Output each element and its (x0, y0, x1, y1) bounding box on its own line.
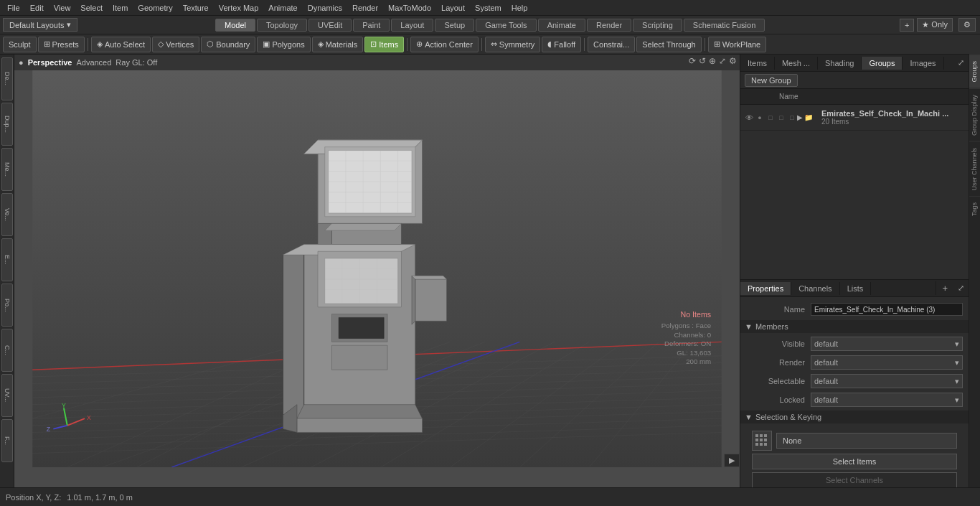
layout-selector[interactable]: Default Layouts ▾ (3, 18, 77, 32)
tab-paint[interactable]: Paint (353, 19, 390, 32)
perspective-label[interactable]: Perspective (28, 58, 72, 67)
tab-animate[interactable]: Animate (538, 19, 585, 32)
workplane-button[interactable]: ⊞ WorkPlane (708, 37, 767, 52)
tab-properties[interactable]: Properties (740, 282, 791, 295)
tab-schematic-fusion[interactable]: Schematic Fusion (684, 19, 765, 32)
viewport-icon-settings[interactable]: ⚙ (729, 56, 737, 66)
properties-expand-icon[interactable]: ⤢ (953, 282, 969, 294)
materials-button[interactable]: ◈ Materials (312, 37, 364, 52)
settings-icon[interactable]: ⚙ (958, 18, 976, 32)
tab-render[interactable]: Render (587, 19, 631, 32)
left-tab-2[interactable]: Me... (1, 148, 13, 191)
viewport-icon-zoom[interactable]: ⊕ (709, 56, 716, 66)
ray-gl-label[interactable]: Ray GL: Off (116, 58, 157, 67)
menu-maxtomodo[interactable]: MaxToModo (384, 2, 435, 14)
presets-button[interactable]: ⊞ Presets (38, 37, 85, 52)
select-through-button[interactable]: Select Through (636, 37, 701, 52)
left-tab-7[interactable]: UV... (1, 374, 13, 417)
tab-topology[interactable]: Topology (257, 19, 307, 32)
left-tab-8[interactable]: F... (1, 419, 13, 462)
left-tab-4[interactable]: E... (1, 238, 13, 281)
sculpt-button[interactable]: Sculpt (3, 37, 37, 52)
new-group-button[interactable]: New Group (745, 74, 798, 87)
members-section-header[interactable]: ▼ Members (740, 320, 969, 333)
menu-dynamics[interactable]: Dynamics (303, 2, 347, 14)
viewport-corner-button[interactable]: ▶ (724, 454, 740, 467)
group-render-icon[interactable]: ● (755, 113, 765, 123)
menu-select[interactable]: Select (76, 2, 107, 14)
selectable-select[interactable]: default ▾ (811, 374, 963, 388)
left-tab-5[interactable]: Po... (1, 284, 13, 327)
menu-texture[interactable]: Texture (179, 2, 213, 14)
properties-add-button[interactable]: + (936, 281, 953, 295)
items-button[interactable]: ⊡ Items (364, 37, 404, 52)
tab-layout[interactable]: Layout (391, 19, 433, 32)
falloff-button[interactable]: ◖ Falloff (542, 37, 581, 52)
menu-animate[interactable]: Animate (264, 2, 301, 14)
tab-scripting[interactable]: Scripting (633, 19, 682, 32)
polygons-button[interactable]: ▣ Polygons (257, 37, 310, 52)
keying-none-button[interactable]: None (776, 433, 957, 449)
vert-tab-group-display[interactable]: Group Display (969, 88, 980, 141)
tab-items[interactable]: Items (740, 57, 775, 70)
menu-geometry[interactable]: Geometry (133, 2, 176, 14)
menu-render[interactable]: Render (348, 2, 382, 14)
locked-select[interactable]: default ▾ (811, 393, 963, 407)
tab-game-tools[interactable]: Game Tools (476, 19, 537, 32)
only-button[interactable]: ★ Only (917, 18, 953, 32)
action-center-button[interactable]: ⊕ Action Center (410, 37, 479, 52)
tab-uvedit[interactable]: UVEdit (308, 19, 352, 32)
members-section-label: Members (755, 322, 788, 331)
viewport-icon-orbit[interactable]: ↺ (699, 56, 706, 66)
boundary-button[interactable]: ⬡ Boundary (201, 37, 255, 52)
position-bar: Position X, Y, Z: 1.01 m, 1.7 m, 0 m (0, 487, 980, 506)
group-item[interactable]: 👁 ● □ □ □ ▶ 📁 Emirates_Self_Check_In_Mac… (740, 105, 969, 131)
menu-file[interactable]: File (3, 2, 24, 14)
vert-tab-tags[interactable]: Tags (969, 196, 980, 222)
viewport-icon-rotate[interactable]: ⟳ (689, 56, 696, 66)
selection-section-header[interactable]: ▼ Selection & Keying (740, 411, 969, 423)
vert-tab-user-channels[interactable]: User Channels (969, 141, 980, 197)
auto-select-button[interactable]: ◈ Auto Select (91, 37, 151, 52)
members-triangle-icon: ▼ (745, 322, 753, 331)
viewport-toggle[interactable]: ● (19, 58, 24, 67)
advanced-label[interactable]: Advanced (76, 58, 111, 67)
menu-layout[interactable]: Layout (437, 2, 469, 14)
tab-groups[interactable]: Groups (862, 57, 903, 70)
tab-channels[interactable]: Channels (791, 282, 839, 295)
left-tab-1[interactable]: Dup... (1, 103, 13, 146)
vert-tab-groups[interactable]: Groups (969, 55, 980, 88)
name-input[interactable] (811, 303, 963, 316)
constrain-button[interactable]: Constrai... (588, 37, 635, 52)
scene-canvas[interactable]: No Items Polygons : Face Channels: 0 Def… (14, 70, 740, 467)
group-extra-icon[interactable]: □ (787, 113, 797, 123)
tab-lists[interactable]: Lists (840, 282, 872, 295)
menu-vertex-map[interactable]: Vertex Map (215, 2, 263, 14)
group-type-icon[interactable]: □ (776, 113, 786, 123)
menu-help[interactable]: Help (507, 2, 532, 14)
group-visibility-toggle[interactable]: 👁 (743, 112, 755, 123)
vertices-button[interactable]: ◇ Vertices (152, 37, 199, 52)
right-panel-expand-icon[interactable]: ⤢ (953, 57, 969, 69)
select-items-button[interactable]: Select Items (752, 454, 957, 469)
visible-select[interactable]: default ▾ (811, 337, 963, 351)
tab-mesh[interactable]: Mesh ... (775, 57, 818, 70)
tab-model[interactable]: Model (215, 19, 255, 32)
tab-setup[interactable]: Setup (435, 19, 474, 32)
keying-dots-icon[interactable] (752, 431, 772, 451)
menu-view[interactable]: View (50, 2, 75, 14)
viewport-icon-fit[interactable]: ⤢ (719, 56, 726, 66)
add-tab-button[interactable]: + (900, 19, 914, 32)
group-lock-icon[interactable]: □ (765, 113, 776, 123)
render-select[interactable]: default ▾ (811, 355, 963, 370)
viewport[interactable]: ● Perspective Advanced Ray GL: Off ⟳ ↺ ⊕… (14, 55, 740, 487)
menu-edit[interactable]: Edit (26, 2, 48, 14)
left-tab-6[interactable]: C... (1, 329, 13, 372)
symmetry-button[interactable]: ⇔ Symmetry (485, 37, 541, 52)
left-tab-3[interactable]: Ve... (1, 193, 13, 236)
menu-item[interactable]: Item (108, 2, 132, 14)
menu-system[interactable]: System (471, 2, 506, 14)
tab-shading[interactable]: Shading (818, 57, 862, 70)
tab-images[interactable]: Images (903, 57, 943, 70)
left-tab-0[interactable]: De... (1, 57, 13, 100)
